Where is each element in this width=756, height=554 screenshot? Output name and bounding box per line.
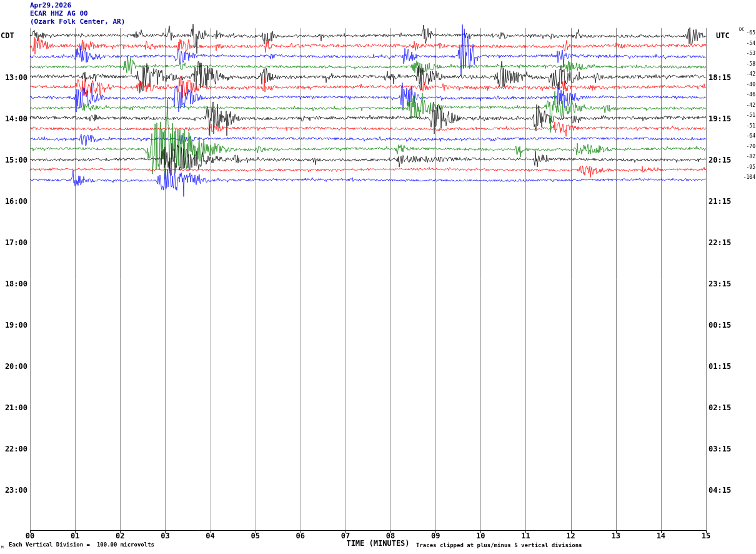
minute-label: 12 <box>564 531 579 540</box>
hour-label-left: 21:00 <box>1 403 27 412</box>
hour-label-left: 17:00 <box>1 238 27 247</box>
minute-label: 00 <box>22 531 37 540</box>
dc-offset-value: -53 <box>737 51 755 56</box>
hour-label-right: 00:15 <box>709 321 740 330</box>
minute-label: 04 <box>203 531 218 540</box>
minute-label: 09 <box>428 531 443 540</box>
dc-offset-value: -42 <box>737 103 755 108</box>
dc-offset-value: -95 <box>737 164 755 170</box>
header-station: ECAR HHZ AG 00 <box>30 9 88 18</box>
hour-label-right: 18:15 <box>709 73 740 82</box>
clip-note: Traces clipped at plus/minus 5 vertical … <box>416 542 582 548</box>
dc-offset-value: -46 <box>737 92 755 98</box>
dc-offset-value: -51 <box>737 123 755 129</box>
minute-label: 01 <box>67 531 82 540</box>
minute-label: 13 <box>609 531 624 540</box>
minute-label: 08 <box>383 531 398 540</box>
hour-label-left: 18:00 <box>1 280 27 288</box>
header-date: Apr29,2026 <box>30 1 71 9</box>
helicorder-page: Apr29,2026 ECAR HHZ AG 00 (Ozark Folk Ce… <box>0 0 756 554</box>
dc-offset-value: -82 <box>737 154 755 159</box>
dc-offset-value: -42 <box>737 71 755 77</box>
scale-note: Each Vertical Division = 100.00 microvol… <box>9 541 154 548</box>
hour-label-right: 01:15 <box>709 362 740 371</box>
minute-label: 10 <box>473 531 488 540</box>
hour-label-left: 19:00 <box>1 321 27 330</box>
hour-label-left: 23:00 <box>1 486 27 495</box>
dc-offset-value: -40 <box>737 82 755 88</box>
hour-label-right: 04:15 <box>709 486 740 495</box>
corner-mark: M <box>1 545 4 549</box>
dc-offset-value: -51 <box>737 113 755 118</box>
hour-label-left: 22:00 <box>1 445 27 453</box>
minute-label: 02 <box>112 531 127 540</box>
dc-offset-value: -104 <box>737 174 755 180</box>
minute-label: 06 <box>293 531 308 540</box>
hour-label-right: 20:15 <box>709 156 740 164</box>
header-location: (Ozark Folk Center, AR) <box>30 18 125 26</box>
hour-label-left: 20:00 <box>1 362 27 371</box>
hour-label-right: 19:15 <box>709 114 740 123</box>
hour-label-left: 15:00 <box>1 156 27 164</box>
minute-label: 03 <box>157 531 172 540</box>
hour-label-right: 03:15 <box>709 445 740 453</box>
timezone-label-right: UTC <box>716 31 730 40</box>
hour-label-right: 02:15 <box>709 403 740 412</box>
dc-offset-value: -70 <box>737 144 755 149</box>
timezone-label-left: CDT <box>1 31 14 40</box>
dc-offset-value: -64 <box>737 133 755 139</box>
minute-label: 14 <box>654 531 669 540</box>
hour-label-left: 14:00 <box>1 114 27 123</box>
hour-label-right: 22:15 <box>709 238 740 247</box>
hour-label-right: 23:15 <box>709 280 740 288</box>
seismogram-canvas <box>0 0 756 554</box>
hour-label-left: 16:00 <box>1 197 27 206</box>
minute-label: 15 <box>699 531 714 540</box>
minute-label: 11 <box>518 531 533 540</box>
minute-label: 05 <box>248 531 263 540</box>
hour-label-left: 13:00 <box>1 73 27 82</box>
minute-label: 07 <box>338 531 353 540</box>
hour-label-right: 21:15 <box>709 197 740 206</box>
dc-offset-value: -54 <box>737 41 755 46</box>
dc-offset-value: -58 <box>737 61 755 67</box>
dc-offset-value: -65 <box>737 30 755 36</box>
